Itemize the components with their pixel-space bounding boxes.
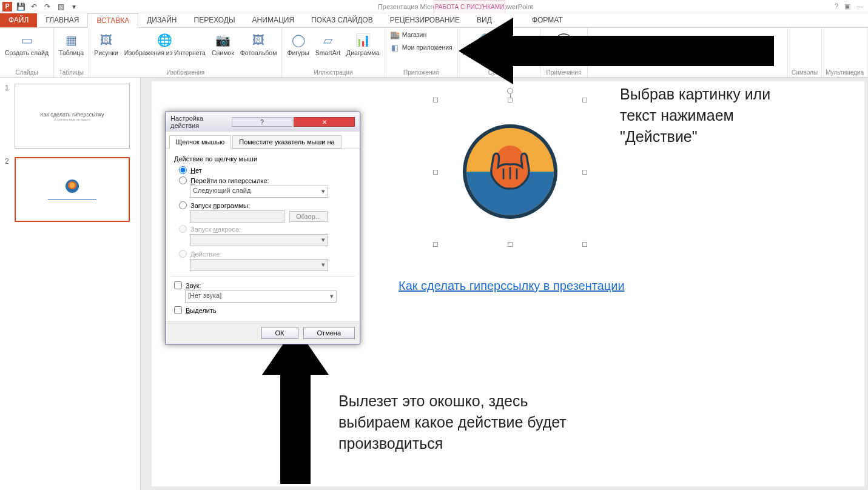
screenshot-label: Снимок: [212, 50, 234, 57]
start-slideshow-icon[interactable]: ▧: [56, 2, 66, 12]
dialog-footer: ОК Отмена: [166, 321, 360, 344]
annotation-bottom-l1: Вылезет это окошко, здесь: [338, 391, 567, 412]
rotate-handle-icon[interactable]: [507, 88, 513, 94]
tab-transitions[interactable]: ПЕРЕХОДЫ: [186, 13, 244, 27]
smartart-icon: ▱: [318, 30, 337, 50]
resize-handle-rm[interactable]: [582, 170, 587, 175]
option-highlight[interactable]: Выделить: [174, 306, 351, 314]
photo-album-icon: 🖼: [249, 30, 268, 50]
new-slide-button[interactable]: ▭ Создать слайд: [4, 29, 50, 58]
tab-home[interactable]: ГЛАВНАЯ: [37, 13, 87, 27]
browse-button[interactable]: Обзор...: [289, 211, 328, 222]
group-tables: ▦ Таблица Таблицы: [54, 28, 89, 77]
help-icon[interactable]: ?: [835, 2, 838, 10]
chart-button[interactable]: 📊Диаграмма: [345, 29, 381, 58]
radio-program[interactable]: [179, 201, 187, 209]
program-path-input: [190, 210, 284, 223]
checkbox-sound[interactable]: [174, 281, 182, 289]
sound-select[interactable]: [Нет звука]: [185, 290, 337, 303]
resize-handle-br[interactable]: [582, 242, 587, 247]
online-pictures-label: Изображения из Интернета: [124, 50, 206, 57]
group-tables-label: Таблицы: [59, 68, 84, 77]
redo-icon[interactable]: ↷: [42, 2, 52, 12]
save-icon[interactable]: 💾: [16, 2, 25, 12]
store-icon: 🏬: [390, 30, 400, 40]
hyperlink-target-select[interactable]: Следующий слайд: [190, 186, 328, 198]
new-slide-icon: ▭: [17, 30, 36, 50]
slide-thumbnail-2[interactable]: [15, 157, 130, 222]
dialog-titlebar[interactable]: Настройка действия ? ✕: [166, 112, 360, 132]
table-label: Таблица: [59, 50, 84, 57]
undo-icon[interactable]: ↶: [29, 2, 39, 12]
slide-thumbnail-1[interactable]: Как сделать гиперссылку А сделать ведь н…: [15, 84, 130, 149]
checkbox-sound-label[interactable]: Звук:: [186, 282, 201, 289]
dialog-tab-click[interactable]: Щелчок мышью: [169, 135, 231, 149]
app-icon: P: [2, 2, 12, 12]
quick-access-toolbar: P 💾 ↶ ↷ ▧ ▾: [0, 2, 81, 12]
radio-hyperlink[interactable]: [179, 176, 187, 184]
annotation-bottom-l3: производиться: [338, 433, 567, 454]
tab-animation[interactable]: АНИМАЦИЯ: [244, 13, 303, 27]
dialog-close-icon[interactable]: ✕: [294, 117, 355, 127]
resize-handle-tm[interactable]: [508, 98, 513, 102]
radio-none[interactable]: [179, 166, 187, 174]
my-apps-label: Мои приложения: [402, 44, 453, 52]
dialog-title-text: Настройка действия: [170, 115, 230, 129]
resize-handle-tr[interactable]: [582, 98, 587, 102]
shapes-label: Фигуры: [287, 50, 309, 57]
slide-hyperlink-text[interactable]: Как сделать гиперссылку в презентации: [399, 279, 625, 293]
radio-program-label[interactable]: Запуск программы:: [190, 202, 250, 209]
radio-hyperlink-label[interactable]: Перейти по гиперссылке:: [190, 177, 269, 184]
option-sound[interactable]: Звук:: [174, 281, 351, 289]
slide-thumbnails-panel: 1 Как сделать гиперссылку А сделать ведь…: [0, 78, 141, 490]
radio-none-label[interactable]: Нет: [190, 167, 202, 174]
tab-file[interactable]: ФАЙЛ: [0, 13, 37, 27]
radio-action-label: Действие:: [190, 250, 221, 258]
resize-handle-bm[interactable]: [508, 242, 513, 247]
cancel-button[interactable]: Отмена: [303, 327, 355, 339]
dialog-body: Действие по щелчку мыши Нет Перейти по г…: [166, 149, 360, 321]
smartart-button[interactable]: ▱SmartArt: [314, 29, 341, 58]
tab-insert[interactable]: ВСТАВКА: [87, 13, 138, 28]
pictures-button[interactable]: 🖼Рисунки: [93, 29, 119, 58]
tab-slideshow[interactable]: ПОКАЗ СЛАЙДОВ: [303, 13, 382, 27]
group-slides-label: Слайды: [15, 68, 38, 77]
photo-album-label: Фотоальбом: [240, 50, 277, 57]
chart-label: Диаграмма: [346, 50, 380, 57]
photo-album-button[interactable]: 🖼Фотоальбом: [239, 29, 278, 58]
new-slide-label: Создать слайд: [5, 50, 49, 57]
svg-marker-0: [459, 18, 774, 84]
resize-handle-lm[interactable]: [433, 170, 438, 175]
window-buttons: ? ▣ —: [830, 2, 868, 10]
my-apps-button[interactable]: ◧Мои приложения: [389, 42, 454, 54]
store-button[interactable]: 🏬Магазин: [389, 29, 454, 41]
table-button[interactable]: ▦ Таблица: [58, 29, 85, 58]
tab-review[interactable]: РЕЦЕНЗИРОВАНИЕ: [382, 13, 468, 27]
option-program[interactable]: Запуск программы:: [179, 201, 351, 209]
resize-handle-bl[interactable]: [433, 242, 438, 247]
minimize-icon[interactable]: —: [856, 2, 863, 10]
option-none[interactable]: Нет: [179, 166, 351, 174]
arrow-bottom-icon: [262, 326, 329, 484]
selected-image[interactable]: [436, 100, 585, 244]
checkbox-highlight-label[interactable]: Выделить: [186, 307, 217, 314]
dialog-group-label: Действие по щелчку мыши: [174, 155, 351, 163]
qat-dropdown-icon[interactable]: ▾: [69, 2, 79, 12]
group-media-label: Мультимедиа: [826, 68, 864, 77]
option-action: Действие:: [179, 250, 351, 258]
shapes-button[interactable]: ◯Фигуры: [286, 29, 310, 58]
option-hyperlink[interactable]: Перейти по гиперссылке:: [179, 176, 351, 184]
dialog-help-icon[interactable]: ?: [232, 117, 293, 127]
ok-button[interactable]: ОК: [261, 327, 298, 339]
online-pictures-button[interactable]: 🌐Изображения из Интернета: [123, 29, 207, 58]
action-settings-dialog: Настройка действия ? ✕ Щелчок мышью Поме…: [165, 112, 360, 344]
dialog-tab-hover[interactable]: Поместите указатель мыши на: [232, 135, 341, 149]
radio-macro-label: Запуск макроса:: [190, 226, 241, 233]
group-apps-label: Приложения: [403, 68, 439, 77]
checkbox-highlight[interactable]: [174, 306, 182, 314]
screenshot-button[interactable]: 📷Снимок: [210, 29, 235, 58]
ribbon-display-icon[interactable]: ▣: [844, 2, 850, 10]
resize-handle-tl[interactable]: [433, 98, 438, 102]
thumb-number-2: 2: [5, 157, 11, 166]
tab-design[interactable]: ДИЗАЙН: [138, 13, 185, 27]
